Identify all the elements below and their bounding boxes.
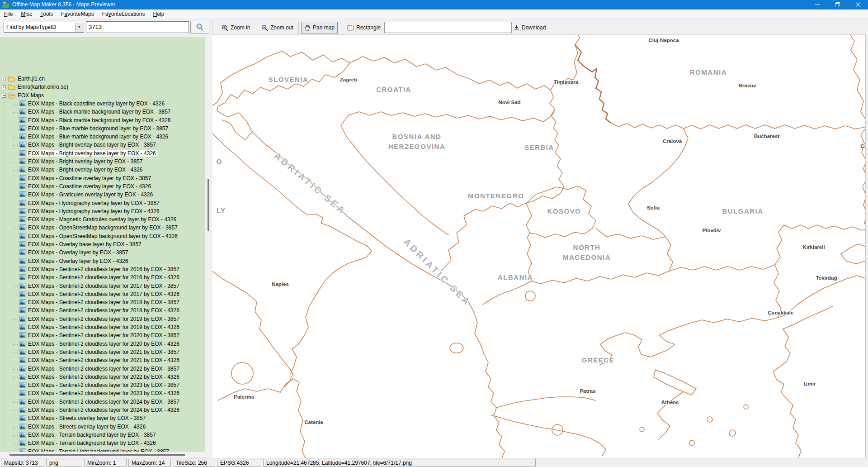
tree-item[interactable]: EOX Maps - Sentinel-2 cloudless layer fo… xyxy=(0,307,205,315)
tree-item[interactable]: EOX Maps - Bright overlay base layer by … xyxy=(0,150,205,158)
tree-item-label[interactable]: EOX Maps - Sentinel-2 cloudless layer fo… xyxy=(28,332,179,338)
tree-item[interactable]: EOX Maps xyxy=(0,92,205,100)
menu-item-help[interactable]: Help xyxy=(149,10,169,19)
map-viewport[interactable]: SLOVENIACROATIABOSNIA ANDHERZEGOVINASERB… xyxy=(212,34,865,458)
rectangle-button[interactable]: Rectangle xyxy=(344,22,383,33)
tree-item-label[interactable]: EOX Maps - OpenStreetMap background laye… xyxy=(28,233,178,239)
tree-item[interactable]: EOX Maps - Sentinel-2 cloudless layer fo… xyxy=(0,340,205,348)
minimize-button[interactable] xyxy=(807,0,827,10)
tree-item-label[interactable]: EOX Maps - Sentinel-2 cloudless layer fo… xyxy=(28,382,179,388)
tree-item-label[interactable]: EOX Maps - Bright overlay base layer by … xyxy=(28,142,156,148)
tree-item-label[interactable]: EOX Maps - Terrain Light background laye… xyxy=(28,448,169,452)
tree-vertical-scrollbar[interactable] xyxy=(205,37,212,452)
close-button[interactable] xyxy=(848,0,868,10)
tree-item[interactable]: EOX Maps - Overlay base layer by EOX - 3… xyxy=(0,241,205,249)
tree-item[interactable]: EOX Maps - Blue marble background layer … xyxy=(0,125,205,133)
tree-item[interactable]: EOX Maps - Sentinel-2 cloudless layer fo… xyxy=(0,348,205,357)
tree-item-label[interactable]: EOX Maps - Graticules overlay layer by E… xyxy=(28,191,153,198)
tree-item[interactable]: EOX Maps - Sentinel-2 cloudless layer fo… xyxy=(0,365,205,373)
expand-plus-icon[interactable] xyxy=(2,85,6,89)
tree-item[interactable]: EOX Maps - Sentinel-2 cloudless layer fo… xyxy=(0,406,205,415)
tree-item-label[interactable]: EOX Maps - Sentinel-2 cloudless layer fo… xyxy=(28,407,179,413)
tree-item[interactable]: EOX Maps - Sentinel-2 cloudless layer fo… xyxy=(0,299,205,307)
menu-item-tools[interactable]: Tools xyxy=(36,10,57,19)
coords-input[interactable] xyxy=(384,22,512,33)
tree-item[interactable]: EOX Maps - OpenStreetMap background laye… xyxy=(0,233,205,241)
search-mode-dropdown[interactable]: Find by MapsTypeID ▼ xyxy=(4,22,84,33)
tree-item-label[interactable]: EOX Maps - Sentinel-2 cloudless layer fo… xyxy=(28,399,179,405)
tree-item-label[interactable]: EOX Maps - Blue marble background layer … xyxy=(28,133,168,140)
tree-item-label[interactable]: EOX Maps - OpenStreetMap background laye… xyxy=(28,224,178,231)
tree-item[interactable]: EOX Maps - Sentinel-2 cloudless layer fo… xyxy=(0,332,205,340)
tree-item[interactable]: EOX Maps - Bright overlay base layer by … xyxy=(0,141,205,149)
tree-item-label[interactable]: EOX Maps - Sentinel-2 cloudless layer fo… xyxy=(28,266,179,272)
vscroll-thumb[interactable] xyxy=(208,179,209,231)
tree-item[interactable]: EOX Maps - Bright overlay layer by EOX -… xyxy=(0,158,205,166)
tree-item[interactable]: EOX Maps - Terrain Light background laye… xyxy=(0,448,205,452)
tree-item-label[interactable]: EOX Maps - Streets overlay layer by EOX … xyxy=(28,424,146,430)
tree-item[interactable]: EOX Maps - Coastline overlay layer by EO… xyxy=(0,175,205,183)
download-button[interactable]: Download xyxy=(511,22,548,33)
restore-button[interactable] xyxy=(827,0,848,10)
tree-item[interactable]: EOX Maps - Black marble background layer… xyxy=(0,108,205,116)
tree-item[interactable]: EOX Maps - Terrain background layer by E… xyxy=(0,439,205,448)
tree-item-label[interactable]: EOX Maps - Bright overlay layer by EOX -… xyxy=(28,167,142,173)
tree-item-label[interactable]: EOX Maps - Sentinel-2 cloudless layer fo… xyxy=(28,274,179,281)
tree-item-label[interactable]: EOX Maps - Black marble background layer… xyxy=(28,109,170,115)
tree-item-label[interactable]: EOX Maps - Magnetic Graticules overlay l… xyxy=(28,216,176,223)
tree-item-label[interactable]: EOX Maps - Sentinel-2 cloudless layer fo… xyxy=(28,291,179,297)
tree-item-label[interactable]: EOX Maps - Terrain background layer by E… xyxy=(28,432,156,438)
tree-item-label[interactable]: EOX Maps - Overlay base layer by EOX - 3… xyxy=(28,241,142,248)
tree-item-label[interactable]: EOX Maps - Sentinel-2 cloudless layer fo… xyxy=(28,390,179,396)
tree-item[interactable]: EOX Maps - Hydrography overlay layer by … xyxy=(0,208,205,216)
tree-item-label[interactable]: EOX Maps - Black marble background layer… xyxy=(28,117,170,124)
tree-item-label[interactable]: EOX Maps - Sentinel-2 cloudless layer fo… xyxy=(28,357,179,363)
tree-item[interactable]: EOX Maps - Coastline overlay layer by EO… xyxy=(0,183,205,191)
tree-item[interactable]: EOX Maps - Sentinel-2 cloudless layer fo… xyxy=(0,398,205,406)
hscroll-thumb[interactable] xyxy=(9,454,185,456)
tree-item-label[interactable]: EOX Maps - Sentinel-2 cloudless layer fo… xyxy=(28,341,179,347)
menu-item-file[interactable]: File xyxy=(0,10,17,19)
tree-item-label[interactable]: EOX Maps - Sentinel-2 cloudless layer fo… xyxy=(28,324,179,330)
tree-item-label[interactable]: EOX Maps - Sentinel-2 cloudless layer fo… xyxy=(28,283,179,289)
tree-item-label[interactable]: EOX Maps - Hydrography overlay layer by … xyxy=(28,208,160,214)
menu-item-misc[interactable]: Misc xyxy=(17,10,36,19)
tree-item-label[interactable]: EOX Maps - Bright overlay layer by EOX -… xyxy=(28,158,142,165)
tree-item[interactable]: EOX Maps - Sentinel-2 cloudless layer fo… xyxy=(0,315,205,324)
tree-item[interactable]: EOX Maps - Overlay layer by EOX - 4326 xyxy=(0,257,205,266)
tree-item-label[interactable]: EOX Maps - Sentinel-2 cloudless layer fo… xyxy=(28,374,179,380)
tree-item-label[interactable]: EOX Maps - Coastline overlay layer by EO… xyxy=(28,175,151,181)
tree-item[interactable]: Earth.jl1.cn xyxy=(0,75,205,83)
tree-item-label[interactable]: EOX Maps - Hydrography overlay layer by … xyxy=(28,200,160,206)
tree-item-label[interactable]: EOX Maps - Sentinel-2 cloudless layer fo… xyxy=(28,349,179,355)
tree-item-label[interactable]: EOX Maps - Sentinel-2 cloudless layer fo… xyxy=(28,366,179,372)
tree-item[interactable]: EOX Maps - Sentinel-2 cloudless layer fo… xyxy=(0,357,205,365)
tree-item[interactable]: EOX Maps - Sentinel-2 cloudless layer fo… xyxy=(0,291,205,299)
tree-item-label[interactable]: EOX Maps - Black coastline overlay layer… xyxy=(28,100,165,107)
tree-item[interactable]: EOX Maps - Sentinel-2 cloudless layer fo… xyxy=(0,282,205,291)
tree-item-label-selected[interactable]: EOX Maps - Bright overlay base layer by … xyxy=(27,150,157,157)
tree-item[interactable]: EOX Maps - Sentinel-2 cloudless layer fo… xyxy=(0,266,205,274)
tree-item-label[interactable]: EOX Maps - Sentinel-2 cloudless layer fo… xyxy=(28,299,179,305)
menu-item-favoritemaps[interactable]: FavoriteMaps xyxy=(57,10,98,19)
tree-item-label[interactable]: Eniro(kartor.eniro.se) xyxy=(18,84,68,90)
tree-item-label[interactable]: EOX Maps xyxy=(18,92,44,99)
expand-plus-icon[interactable] xyxy=(2,77,6,81)
tree-item[interactable]: EOX Maps - Terrain background layer by E… xyxy=(0,431,205,439)
tree-item-label[interactable]: EOX Maps - Blue marble background layer … xyxy=(28,125,168,132)
tree-item[interactable]: EOX Maps - Sentinel-2 cloudless layer fo… xyxy=(0,373,205,381)
tree-item[interactable]: EOX Maps - Sentinel-2 cloudless layer fo… xyxy=(0,390,205,398)
search-input[interactable]: 3713 xyxy=(86,21,189,33)
tree-item[interactable]: EOX Maps - Bright overlay layer by EOX -… xyxy=(0,166,205,174)
tree-item[interactable]: EOX Maps - Sentinel-2 cloudless layer fo… xyxy=(0,274,205,282)
search-button[interactable] xyxy=(190,21,209,33)
tree-item[interactable]: EOX Maps - OpenStreetMap background laye… xyxy=(0,224,205,232)
tree-item[interactable]: EOX Maps - Overlay layer by EOX - 3857 xyxy=(0,249,205,257)
tree-item[interactable]: EOX Maps - Magnetic Graticules overlay l… xyxy=(0,216,205,224)
tree-item-label[interactable]: EOX Maps - Sentinel-2 cloudless layer fo… xyxy=(28,307,179,314)
tree-item[interactable]: EOX Maps - Black coastline overlay layer… xyxy=(0,100,205,108)
zoom-out-button[interactable]: Zoom out xyxy=(259,22,296,33)
tree-item-label[interactable]: Earth.jl1.cn xyxy=(18,76,45,82)
tree-item-label[interactable]: EOX Maps - Overlay layer by EOX - 3857 xyxy=(28,249,128,256)
tree-item-label[interactable]: EOX Maps - Terrain background layer by E… xyxy=(28,440,156,446)
